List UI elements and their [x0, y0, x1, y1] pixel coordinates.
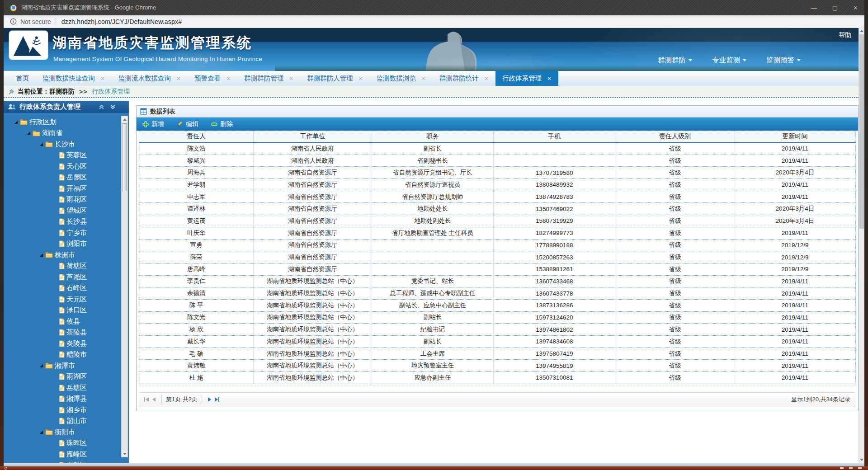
table-row[interactable]: 杨 欣湖南省地质环境监测总站（中心）纪检书记13974861802省级2019/…	[139, 324, 856, 336]
tree-item-leaf[interactable]: 芦淞区	[4, 272, 129, 283]
tree-item-leaf[interactable]: 攸县	[4, 316, 129, 327]
tree-item-leaf[interactable]: 渌口区	[4, 305, 129, 316]
tab-close-icon[interactable]: ✕	[100, 75, 105, 82]
nav-menu[interactable]: 专业监测	[712, 56, 746, 65]
table-row[interactable]: 余德清湖南省地质环境监测总站（中心）总工程师、遥感中心专职副主任13607433…	[139, 287, 856, 300]
sidebar-scrollbar[interactable]	[121, 116, 128, 457]
tree-item-folder[interactable]: 长沙市	[4, 139, 129, 150]
tree-item-leaf[interactable]: 湘潭县	[4, 394, 129, 405]
tree-item-folder[interactable]: 行政区划	[4, 117, 129, 128]
address-input[interactable]: dzzh.hndzhj.com/JCYJ/DefaultNew.aspx#	[61, 18, 182, 25]
tab[interactable]: 监测数据快速查询✕	[36, 71, 112, 86]
tab-close-icon[interactable]: ✕	[289, 75, 293, 82]
column-header[interactable]: 工作单位	[254, 131, 372, 142]
tree-item-leaf[interactable]: 天心区	[4, 161, 129, 172]
tree-item-leaf[interactable]: 浏阳市	[4, 239, 129, 250]
tree-item-leaf[interactable]: 天元区	[4, 294, 129, 305]
tree-item-leaf[interactable]: 湘乡市	[4, 404, 129, 416]
column-header[interactable]: 责任人	[139, 131, 254, 142]
tree-item-leaf[interactable]: 炎陵县	[4, 338, 129, 349]
tree-item-leaf[interactable]: 石鼓区	[4, 460, 129, 463]
tab[interactable]: 群测群防统计✕	[433, 71, 495, 86]
pagination-last-button[interactable]	[215, 397, 219, 402]
scroll-up-icon[interactable]	[859, 28, 864, 34]
table-row[interactable]: 申志军湖南省自然资源厅省自然资源厅总规划师13874928783省级2019/4…	[139, 191, 856, 203]
tree-item-leaf[interactable]: 岳塘区	[4, 382, 129, 394]
breadcrumb-current-link[interactable]: 行政体系管理	[92, 88, 130, 96]
table-row[interactable]: 杜 施湖南省地质环境监测总站（中心）应急办副主任13507310081省级201…	[139, 372, 856, 384]
scrollbar-thumb[interactable]	[859, 34, 864, 229]
table-row[interactable]: 尹学朗湖南省自然资源厅省自然资源厅巡视员13808489932省级2019/4/…	[139, 179, 856, 191]
column-header[interactable]: 责任人级别	[615, 131, 735, 142]
table-row[interactable]: 黎咸兴湖南省人民政府省副秘书长省级2019/4/11	[139, 155, 856, 167]
taskbar-search-icon[interactable]	[5, 467, 7, 470]
tree-item-leaf[interactable]: 开福区	[4, 183, 129, 194]
tab[interactable]: 预警查看✕	[188, 71, 237, 86]
tab[interactable]: 监测数据浏览✕	[370, 71, 433, 86]
tree-item-leaf[interactable]: 茶陵县	[4, 327, 129, 338]
tree-item-leaf[interactable]: 芙蓉区	[4, 150, 129, 161]
scroll-down-icon[interactable]	[122, 451, 127, 457]
table-row[interactable]: 李贵仁湖南省地质环境监测总站（中心）党委书记、站长13607433468省级20…	[139, 276, 856, 288]
expand-all-icon[interactable]	[110, 104, 116, 110]
table-row[interactable]: 黄炜敏湖南省地质环境监测总站（中心）地灾预警室主任13974955819省级20…	[139, 360, 856, 372]
tree-item-leaf[interactable]: 岳麓区	[4, 172, 129, 183]
close-button[interactable]: ✕	[853, 5, 858, 11]
tree-item-leaf[interactable]: 雁峰区	[4, 449, 129, 460]
scrollbar-thumb[interactable]	[122, 123, 127, 191]
tab[interactable]: 群测群防管理✕	[237, 71, 300, 86]
expand-arrow-icon[interactable]	[40, 143, 43, 146]
tab-close-icon[interactable]: ✕	[176, 75, 181, 82]
table-row[interactable]: 宣勇湖南省自然资源厅17788990188省级2019/12/9	[139, 240, 856, 252]
expand-arrow-icon[interactable]	[40, 364, 43, 367]
scroll-up-icon[interactable]	[122, 116, 127, 122]
nav-menu[interactable]: 监测预警	[766, 56, 801, 65]
tab-close-icon[interactable]: ✕	[484, 75, 489, 82]
tree-item-leaf[interactable]: 宁乡市	[4, 227, 129, 239]
table-row[interactable]: 毛 硕湖南省地质环境监测总站（中心）工会主席13975807419省级2019/…	[139, 348, 856, 360]
tab[interactable]: 监测流水数据查询✕	[112, 71, 188, 86]
tree-item-leaf[interactable]: 长沙县	[4, 216, 129, 228]
tab-close-icon[interactable]: ✕	[359, 75, 363, 82]
expand-arrow-icon[interactable]	[27, 132, 30, 135]
browser-scrollbar[interactable]	[859, 28, 864, 463]
tree-item-leaf[interactable]: 石峰区	[4, 283, 129, 294]
tab-close-icon[interactable]: ✕	[547, 75, 552, 82]
tree-item-leaf[interactable]: 珠晖区	[4, 438, 129, 449]
tab[interactable]: 群测群防人管理✕	[300, 71, 370, 86]
tree-item-leaf[interactable]: 荷塘区	[4, 261, 129, 272]
table-row[interactable]: 陈文光湖南省地质环境监测总站（中心）副站长15973124620省级2019/4…	[139, 312, 856, 324]
table-row[interactable]: 陈 平湖南省地质环境监测总站（中心）副站长、应急中心副主任13873136286…	[139, 300, 856, 312]
help-link[interactable]: 帮助	[839, 31, 851, 39]
tree-item-folder[interactable]: 株洲市	[4, 249, 129, 261]
tree-item-leaf[interactable]: 韶山市	[4, 416, 129, 427]
expand-arrow-icon[interactable]	[14, 121, 18, 124]
pagination-next-button[interactable]	[208, 397, 211, 402]
column-header[interactable]: 手机	[494, 131, 615, 142]
tray-icon[interactable]	[840, 467, 844, 469]
column-header[interactable]: 职务	[372, 131, 494, 142]
table-row[interactable]: 黄运茂湖南省自然资源厅地勘处副处长15807319929省级2020年3月4日	[139, 215, 856, 227]
tree-item-leaf[interactable]: 望城区	[4, 205, 129, 216]
expand-arrow-icon[interactable]	[40, 431, 43, 434]
scroll-down-icon[interactable]	[859, 457, 864, 463]
tray-icon[interactable]	[849, 467, 853, 469]
add-button[interactable]: 新增	[142, 120, 164, 128]
edit-button[interactable]: 编辑	[177, 120, 198, 128]
expand-arrow-icon[interactable]	[40, 254, 43, 257]
tray-icon[interactable]	[858, 467, 862, 469]
table-row[interactable]: 谭译林湖南省自然资源厅地勘处处长13507469022省级2020年3月4日	[139, 203, 856, 215]
nav-menu[interactable]: 群测群防	[658, 56, 692, 65]
table-row[interactable]: 唐高峰湖南省自然资源厅15388981261省级2019/12/9	[139, 263, 856, 276]
table-row[interactable]: 叶庆华湖南省自然资源厅省厅地质勘查管理处 主任科员18274999773省级20…	[139, 227, 856, 240]
tree-item-folder[interactable]: 衡阳市	[4, 427, 129, 438]
tab-close-icon[interactable]: ✕	[226, 75, 231, 82]
tab-close-icon[interactable]: ✕	[421, 75, 426, 82]
table-row[interactable]: 戴长华湖南省地质环境监测总站（中心）副站长13974834608省级2019/4…	[139, 336, 856, 348]
tree-item-folder[interactable]: 湖南省	[4, 128, 129, 139]
tree-item-leaf[interactable]: 雨湖区	[4, 371, 129, 383]
collapse-all-icon[interactable]	[99, 104, 104, 110]
minimize-button[interactable]: —	[811, 5, 817, 11]
tab[interactable]: 首页	[9, 71, 36, 86]
tree-item-leaf[interactable]: 醴陵市	[4, 349, 129, 361]
